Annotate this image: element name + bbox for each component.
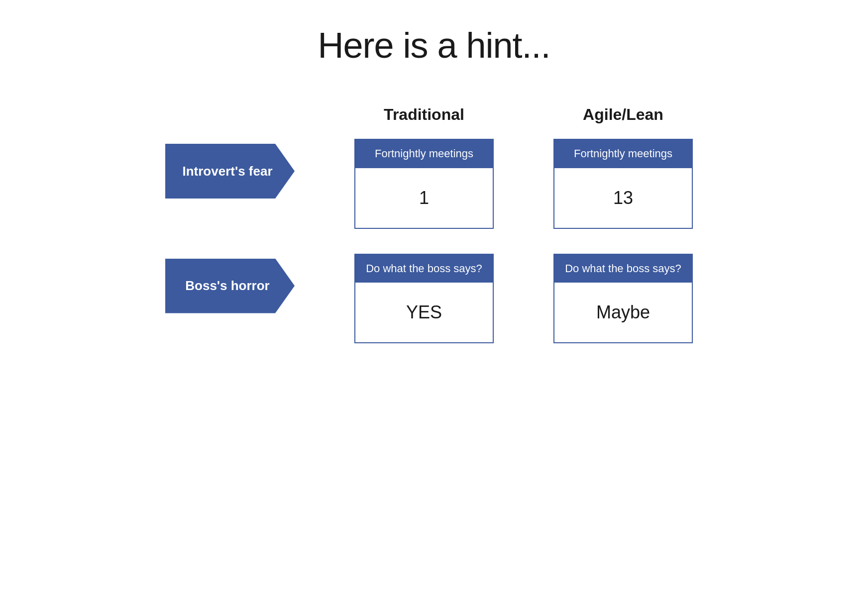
spacer-row-1 [165,229,305,254]
introvert-fear-arrow: Introvert's fear [165,144,295,199]
traditional-fortnightly-box: Fortnightly meetings 1 [354,139,494,229]
spacer-row-2 [344,229,504,254]
agile-fortnightly-card: Fortnightly meetings 13 [543,139,703,229]
traditional-boss-card: Do what the boss says? YES [344,254,504,344]
agile-fortnightly-header: Fortnightly meetings [554,140,692,168]
spacer-row-3 [543,229,703,254]
introvert-fear-arrow-cell: Introvert's fear [165,139,305,199]
traditional-boss-box: Do what the boss says? YES [354,254,494,344]
agile-fortnightly-box: Fortnightly meetings 13 [553,139,693,229]
traditional-header: Traditional [344,105,504,139]
introvert-fear-label: Introvert's fear [182,163,272,180]
boss-horror-arrow-cell: Boss's horror [165,254,305,313]
traditional-fortnightly-card: Fortnightly meetings 1 [344,139,504,229]
comparison-grid: Traditional Agile/Lean Introvert's fear … [165,105,703,343]
traditional-boss-value: YES [355,283,493,342]
agile-lean-header: Agile/Lean [543,105,703,139]
agile-boss-box: Do what the boss says? Maybe [553,254,693,344]
traditional-boss-header: Do what the boss says? [355,255,493,283]
agile-boss-value: Maybe [554,283,692,342]
agile-boss-header: Do what the boss says? [554,255,692,283]
agile-fortnightly-value: 13 [554,168,692,228]
traditional-fortnightly-value: 1 [355,168,493,228]
boss-horror-arrow: Boss's horror [165,259,295,313]
agile-boss-card: Do what the boss says? Maybe [543,254,703,344]
boss-horror-label: Boss's horror [185,278,269,294]
page-title: Here is a hint... [318,25,550,66]
traditional-fortnightly-header: Fortnightly meetings [355,140,493,168]
